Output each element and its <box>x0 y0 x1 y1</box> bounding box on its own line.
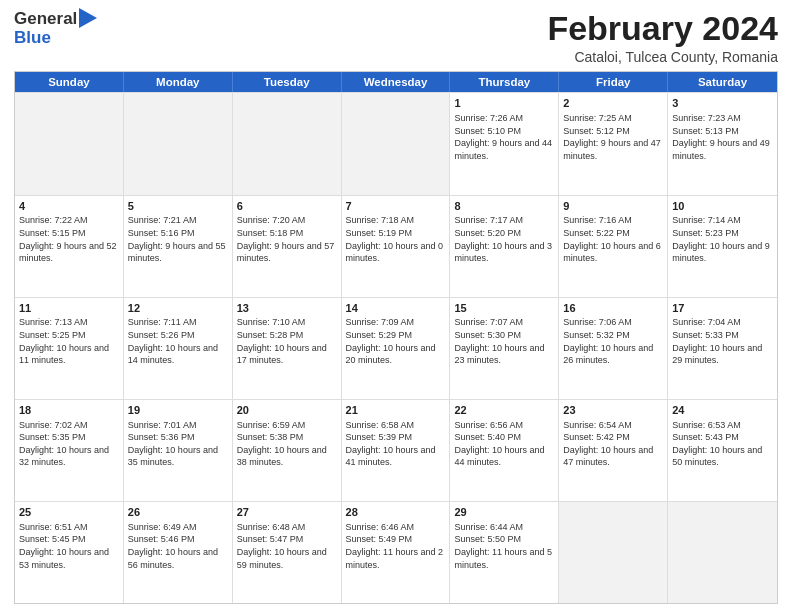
calendar-body: 1Sunrise: 7:26 AMSunset: 5:10 PMDaylight… <box>15 92 777 603</box>
cell-detail: Sunrise: 7:14 AMSunset: 5:23 PMDaylight:… <box>672 214 773 264</box>
day-number: 19 <box>128 403 228 418</box>
cell-detail: Sunrise: 6:53 AMSunset: 5:43 PMDaylight:… <box>672 419 773 469</box>
calendar-cell <box>15 93 124 194</box>
calendar-cell: 10Sunrise: 7:14 AMSunset: 5:23 PMDayligh… <box>668 196 777 297</box>
cell-detail: Sunrise: 6:54 AMSunset: 5:42 PMDaylight:… <box>563 419 663 469</box>
day-number: 18 <box>19 403 119 418</box>
day-number: 16 <box>563 301 663 316</box>
header-day-monday: Monday <box>124 72 233 92</box>
header-day-sunday: Sunday <box>15 72 124 92</box>
cell-detail: Sunrise: 7:18 AMSunset: 5:19 PMDaylight:… <box>346 214 446 264</box>
calendar-cell: 14Sunrise: 7:09 AMSunset: 5:29 PMDayligh… <box>342 298 451 399</box>
cell-detail: Sunrise: 7:16 AMSunset: 5:22 PMDaylight:… <box>563 214 663 264</box>
calendar-cell: 19Sunrise: 7:01 AMSunset: 5:36 PMDayligh… <box>124 400 233 501</box>
calendar-cell: 25Sunrise: 6:51 AMSunset: 5:45 PMDayligh… <box>15 502 124 603</box>
calendar-cell: 13Sunrise: 7:10 AMSunset: 5:28 PMDayligh… <box>233 298 342 399</box>
calendar-cell: 2Sunrise: 7:25 AMSunset: 5:12 PMDaylight… <box>559 93 668 194</box>
calendar-week-2: 4Sunrise: 7:22 AMSunset: 5:15 PMDaylight… <box>15 195 777 297</box>
day-number: 7 <box>346 199 446 214</box>
calendar-week-4: 18Sunrise: 7:02 AMSunset: 5:35 PMDayligh… <box>15 399 777 501</box>
page: General Blue February 2024 Cataloi, Tulc… <box>0 0 792 612</box>
day-number: 14 <box>346 301 446 316</box>
calendar-cell: 7Sunrise: 7:18 AMSunset: 5:19 PMDaylight… <box>342 196 451 297</box>
header-day-thursday: Thursday <box>450 72 559 92</box>
day-number: 25 <box>19 505 119 520</box>
cell-detail: Sunrise: 7:21 AMSunset: 5:16 PMDaylight:… <box>128 214 228 264</box>
cell-detail: Sunrise: 7:11 AMSunset: 5:26 PMDaylight:… <box>128 316 228 366</box>
calendar-cell: 27Sunrise: 6:48 AMSunset: 5:47 PMDayligh… <box>233 502 342 603</box>
calendar-cell: 17Sunrise: 7:04 AMSunset: 5:33 PMDayligh… <box>668 298 777 399</box>
cell-detail: Sunrise: 7:10 AMSunset: 5:28 PMDaylight:… <box>237 316 337 366</box>
day-number: 27 <box>237 505 337 520</box>
calendar-cell <box>668 502 777 603</box>
calendar-cell: 22Sunrise: 6:56 AMSunset: 5:40 PMDayligh… <box>450 400 559 501</box>
cell-detail: Sunrise: 7:07 AMSunset: 5:30 PMDaylight:… <box>454 316 554 366</box>
calendar-header: SundayMondayTuesdayWednesdayThursdayFrid… <box>15 72 777 92</box>
cell-detail: Sunrise: 6:48 AMSunset: 5:47 PMDaylight:… <box>237 521 337 571</box>
day-number: 11 <box>19 301 119 316</box>
cell-detail: Sunrise: 7:01 AMSunset: 5:36 PMDaylight:… <box>128 419 228 469</box>
svg-marker-0 <box>79 8 97 28</box>
calendar-cell: 4Sunrise: 7:22 AMSunset: 5:15 PMDaylight… <box>15 196 124 297</box>
calendar-cell: 20Sunrise: 6:59 AMSunset: 5:38 PMDayligh… <box>233 400 342 501</box>
logo-arrow-icon <box>79 8 97 28</box>
calendar-cell: 9Sunrise: 7:16 AMSunset: 5:22 PMDaylight… <box>559 196 668 297</box>
cell-detail: Sunrise: 7:22 AMSunset: 5:15 PMDaylight:… <box>19 214 119 264</box>
cell-detail: Sunrise: 7:09 AMSunset: 5:29 PMDaylight:… <box>346 316 446 366</box>
calendar-cell: 16Sunrise: 7:06 AMSunset: 5:32 PMDayligh… <box>559 298 668 399</box>
calendar-cell: 23Sunrise: 6:54 AMSunset: 5:42 PMDayligh… <box>559 400 668 501</box>
calendar: SundayMondayTuesdayWednesdayThursdayFrid… <box>14 71 778 604</box>
day-number: 8 <box>454 199 554 214</box>
calendar-cell: 8Sunrise: 7:17 AMSunset: 5:20 PMDaylight… <box>450 196 559 297</box>
header-day-tuesday: Tuesday <box>233 72 342 92</box>
calendar-cell: 26Sunrise: 6:49 AMSunset: 5:46 PMDayligh… <box>124 502 233 603</box>
day-number: 1 <box>454 96 554 111</box>
calendar-cell <box>233 93 342 194</box>
day-number: 20 <box>237 403 337 418</box>
cell-detail: Sunrise: 6:56 AMSunset: 5:40 PMDaylight:… <box>454 419 554 469</box>
day-number: 17 <box>672 301 773 316</box>
cell-detail: Sunrise: 6:44 AMSunset: 5:50 PMDaylight:… <box>454 521 554 571</box>
day-number: 23 <box>563 403 663 418</box>
logo: General Blue <box>14 10 97 47</box>
cell-detail: Sunrise: 6:49 AMSunset: 5:46 PMDaylight:… <box>128 521 228 571</box>
cell-detail: Sunrise: 7:17 AMSunset: 5:20 PMDaylight:… <box>454 214 554 264</box>
header-day-saturday: Saturday <box>668 72 777 92</box>
cell-detail: Sunrise: 6:46 AMSunset: 5:49 PMDaylight:… <box>346 521 446 571</box>
day-number: 13 <box>237 301 337 316</box>
day-number: 24 <box>672 403 773 418</box>
logo-blue-text: Blue <box>14 29 97 48</box>
calendar-week-5: 25Sunrise: 6:51 AMSunset: 5:45 PMDayligh… <box>15 501 777 603</box>
day-number: 3 <box>672 96 773 111</box>
day-number: 4 <box>19 199 119 214</box>
day-number: 22 <box>454 403 554 418</box>
day-number: 26 <box>128 505 228 520</box>
day-number: 6 <box>237 199 337 214</box>
day-number: 15 <box>454 301 554 316</box>
calendar-cell: 3Sunrise: 7:23 AMSunset: 5:13 PMDaylight… <box>668 93 777 194</box>
day-number: 12 <box>128 301 228 316</box>
calendar-title: February 2024 <box>547 10 778 47</box>
cell-detail: Sunrise: 7:26 AMSunset: 5:10 PMDaylight:… <box>454 112 554 162</box>
cell-detail: Sunrise: 7:23 AMSunset: 5:13 PMDaylight:… <box>672 112 773 162</box>
cell-detail: Sunrise: 7:04 AMSunset: 5:33 PMDaylight:… <box>672 316 773 366</box>
calendar-cell: 12Sunrise: 7:11 AMSunset: 5:26 PMDayligh… <box>124 298 233 399</box>
cell-detail: Sunrise: 6:58 AMSunset: 5:39 PMDaylight:… <box>346 419 446 469</box>
calendar-cell: 15Sunrise: 7:07 AMSunset: 5:30 PMDayligh… <box>450 298 559 399</box>
calendar-cell: 24Sunrise: 6:53 AMSunset: 5:43 PMDayligh… <box>668 400 777 501</box>
header-day-friday: Friday <box>559 72 668 92</box>
calendar-cell: 6Sunrise: 7:20 AMSunset: 5:18 PMDaylight… <box>233 196 342 297</box>
day-number: 2 <box>563 96 663 111</box>
day-number: 21 <box>346 403 446 418</box>
day-number: 5 <box>128 199 228 214</box>
logo-general-text: General <box>14 10 77 29</box>
calendar-cell: 28Sunrise: 6:46 AMSunset: 5:49 PMDayligh… <box>342 502 451 603</box>
day-number: 29 <box>454 505 554 520</box>
calendar-cell: 29Sunrise: 6:44 AMSunset: 5:50 PMDayligh… <box>450 502 559 603</box>
day-number: 10 <box>672 199 773 214</box>
calendar-cell: 1Sunrise: 7:26 AMSunset: 5:10 PMDaylight… <box>450 93 559 194</box>
calendar-cell: 18Sunrise: 7:02 AMSunset: 5:35 PMDayligh… <box>15 400 124 501</box>
cell-detail: Sunrise: 6:51 AMSunset: 5:45 PMDaylight:… <box>19 521 119 571</box>
header-day-wednesday: Wednesday <box>342 72 451 92</box>
calendar-subtitle: Cataloi, Tulcea County, Romania <box>547 49 778 65</box>
